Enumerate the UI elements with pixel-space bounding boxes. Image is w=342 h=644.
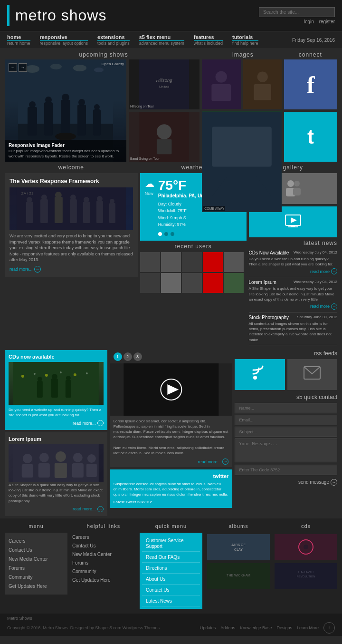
footer-link-learn[interactable]: Learn More [297,625,319,630]
open-gallery-link[interactable]: Open Gallery [102,62,124,66]
svg-point-2 [25,65,39,73]
news-body-1: Do you need a website up and running qui… [249,256,337,267]
welcome-box: The Vertex Response Framework ZA / 21 [5,173,138,277]
footer-menu-item-6[interactable]: Get Updates Here [9,582,64,591]
lorem-readmore[interactable]: read more... → [9,506,104,512]
image-tile-2[interactable] [243,59,282,109]
slide-band-area: ← → Open Gallery Responsive Image Fader … [5,59,126,162]
register-link[interactable]: register [319,19,335,24]
nav-item-responsive[interactable]: responsive responsive layout options [40,34,88,46]
contact-email-input[interactable] [235,415,337,425]
quick-item-5[interactable]: Contact Us [142,585,200,595]
show-tile-1[interactable]: Hillsong United Hillsong on Tour [129,59,200,109]
rss-title: rss feeds [235,350,337,357]
quick-item-6[interactable]: Latest News [142,595,200,606]
nav-item-flexmenu[interactable]: s5 flex menu advanced menu system [139,34,184,46]
helpful-item-6[interactable]: Get Updates Here [72,576,135,584]
contact-captcha-input[interactable] [235,465,337,475]
welcome-read-more[interactable]: read more... → [10,266,133,273]
footer-quick-title: quick menu [140,523,202,529]
helpful-item-3[interactable]: New Media Center [72,550,135,558]
rss-feed-tile[interactable] [235,359,285,390]
nav-item-tutorials[interactable]: tutorials find help here [232,34,258,46]
rss-email-tile[interactable] [287,359,337,390]
user-avatar-7[interactable] [161,273,181,293]
nav-items: home return home responsive responsive l… [7,34,258,46]
scroll-top-button[interactable]: ↑ [323,622,335,634]
album-thumb-1[interactable]: JARS OF CLAY [207,534,270,560]
twitter-tile[interactable]: t [284,112,337,162]
footer-copyright: Copyright © 2016, Metro Shows. Designed … [7,625,160,630]
user-avatar-4[interactable] [203,252,223,272]
news-item-2: Lorem Ipsum Wednesday July 04, 2012 A Si… [249,277,337,312]
slide-overlay: Responsive Image Fader Our popular image… [5,140,126,162]
image-tile-3[interactable]: COME AWAY [202,111,282,212]
helpful-item-4[interactable]: Forums [72,558,135,567]
quick-item-3[interactable]: Directions [142,563,200,574]
helpful-item-2[interactable]: Contact Us [72,541,135,550]
video-thumbnail[interactable] [110,363,233,416]
send-message-button[interactable]: send message → [235,479,337,486]
user-avatar-2[interactable] [161,252,181,272]
news-readmore-2[interactable]: read more → [249,303,337,310]
contact-message-input[interactable] [235,439,337,462]
contact-subject-input[interactable] [235,427,337,437]
footer-link-updates[interactable]: Updates [200,625,216,630]
tab-3[interactable]: 3 [133,352,142,361]
show-tile-2[interactable]: Band Going on Tour [129,112,200,162]
nav-item-home[interactable]: home return home [7,34,30,46]
people-icon [284,177,303,200]
user-avatar-9[interactable] [203,273,223,293]
contact-name-input[interactable] [235,403,337,413]
svg-point-41 [70,195,76,200]
quick-item-4[interactable]: About Us [142,574,200,585]
label-images: images [202,51,283,58]
tab-2[interactable]: 2 [124,352,132,361]
login-link[interactable]: login [304,19,314,24]
user-avatars-grid [140,252,247,293]
album-thumb-2[interactable]: THE WICKHAM [207,563,270,589]
user-avatar-3[interactable] [182,252,202,272]
footer-menu-item-3[interactable]: New Media Center [9,555,64,564]
nav-item-features[interactable]: features what's included [194,34,223,46]
weather-dot-3[interactable] [171,232,174,236]
weather-dot-2[interactable] [164,232,168,236]
cd-thumb-1[interactable] [275,534,337,560]
footer-link-knowledge[interactable]: Knowledge Base [240,625,272,630]
quick-item-1[interactable]: Customer Service Support [142,535,200,552]
search-input[interactable] [259,7,335,17]
slide-next-btn[interactable]: → [19,63,27,72]
helpful-item-5[interactable]: Community [72,567,135,576]
facebook-tile[interactable]: f [284,59,337,109]
read-more-arrow-icon-1: → [331,268,337,274]
svg-point-78 [87,454,96,463]
user-avatar-5[interactable] [224,252,244,272]
cd-thumb-2[interactable]: THE HEART REVOLUTION [275,563,337,589]
user-avatar-1[interactable] [140,252,160,272]
news-readmore-1[interactable]: read more → [249,268,337,274]
nav-item-extensions[interactable]: extensions tools and plugins [97,34,130,46]
cds-readmore[interactable]: read more... → [9,420,104,426]
footer-menu-item-4[interactable]: Forums [9,564,64,573]
footer-link-designs[interactable]: Designs [276,625,292,630]
weather-dot-1[interactable] [158,232,162,236]
svg-rect-67 [66,380,71,398]
user-avatar-10[interactable] [224,273,244,293]
footer-menu-item-2[interactable]: Contact Us [9,546,64,555]
svg-point-76 [73,453,83,462]
footer-link-addons[interactable]: Addons [220,625,235,630]
user-avatar-6[interactable] [140,273,160,293]
footer-menu-item-1[interactable]: Careers [9,537,64,546]
svg-point-68 [66,376,71,381]
main-slider[interactable]: ← → Open Gallery Responsive Image Fader … [5,59,126,162]
quick-item-2[interactable]: Read Our FAQs [142,552,200,563]
helpful-item-1[interactable]: Careers [72,533,135,541]
image-tile-1[interactable] [202,59,240,109]
read-more-arrow-icon: → [34,266,41,273]
tab-1[interactable]: 1 [114,352,122,361]
video-readmore[interactable]: read more... → [110,459,233,467]
nav-sub-home: return home [7,41,30,46]
footer-menu-item-5[interactable]: Community [9,573,64,582]
user-avatar-8[interactable] [182,273,202,293]
slide-prev-btn[interactable]: ← [9,63,17,72]
